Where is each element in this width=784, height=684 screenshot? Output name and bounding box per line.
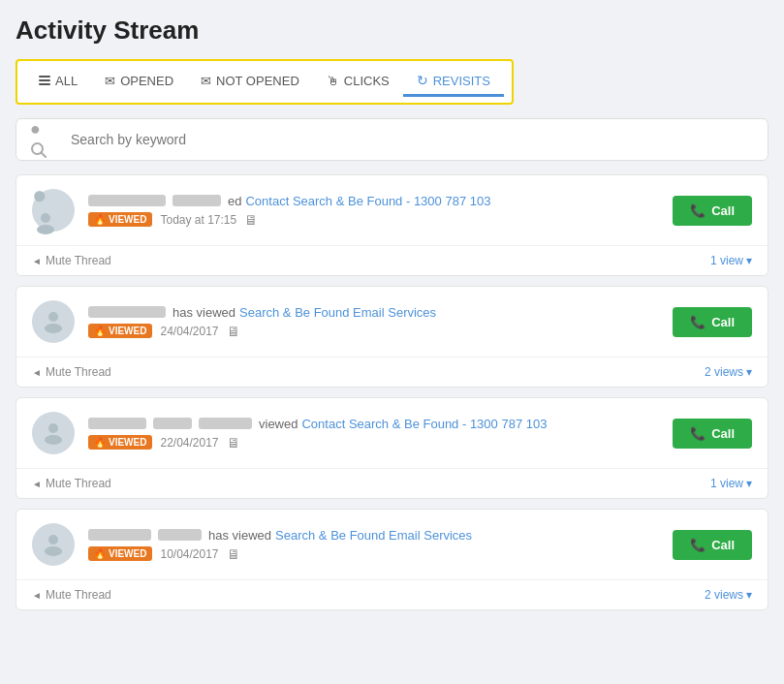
envelope-icon: ✉ [201, 74, 211, 88]
avatar-icon [40, 529, 67, 560]
chevron-down-icon: ▾ [746, 365, 752, 379]
mute-thread[interactable]: ◄ Mute Thread [32, 477, 111, 490]
name-blur-1 [88, 195, 166, 206]
badge-icon: 🔥 [94, 437, 106, 448]
card-verb: has viewed [172, 305, 235, 320]
search-input[interactable] [71, 132, 754, 147]
svg-point-7 [45, 435, 62, 445]
viewed-badge: 🔥 VIEWED [88, 212, 152, 227]
chevron-down-icon: ▾ [746, 477, 752, 490]
activity-list: ● ed Contact Search & Be Found - 1300 78… [16, 174, 768, 610]
avatar: ● [32, 189, 75, 232]
tab-opened[interactable]: ✉ OPENED [91, 68, 187, 97]
chevron-down-icon: ▾ [746, 254, 752, 267]
monitor-icon: 🖥 [227, 435, 240, 451]
mute-icon: ◄ [32, 256, 42, 266]
card-link[interactable]: Contact Search & Be Found - 1300 787 103 [301, 417, 547, 431]
card-footer: ◄ Mute Thread 1 view ▾ [16, 245, 768, 275]
meta-time: 10/04/2017 [160, 547, 218, 561]
call-button[interactable]: 📞 Call [673, 530, 752, 560]
tab-all[interactable]: ALL [25, 68, 91, 97]
activity-card: has viewed Search & Be Found Email Servi… [16, 509, 768, 610]
cursor-icon: 🖱 [327, 74, 339, 88]
badge-icon: 🔥 [94, 326, 106, 336]
views-count[interactable]: 2 views ▾ [705, 588, 752, 602]
name-blur-2 [153, 418, 192, 429]
name-blur-1 [88, 306, 166, 318]
card-info: has viewed Search & Be Found Email Servi… [88, 528, 659, 562]
phone-icon: 📞 [690, 315, 706, 329]
avatar-icon [40, 306, 67, 337]
tab-bar: ALL ✉ OPENED ✉ NOT OPENED 🖱 CLICKS ↻ REV… [16, 59, 514, 105]
name-blur-1 [88, 529, 151, 541]
mute-icon: ◄ [32, 479, 42, 489]
tab-clicks[interactable]: 🖱 CLICKS [313, 68, 403, 97]
tab-not-opened[interactable]: ✉ NOT OPENED [187, 68, 313, 97]
call-button[interactable]: 📞 Call [673, 419, 752, 449]
page-title: Activity Stream [16, 16, 768, 46]
call-button[interactable]: 📞 Call [673, 307, 752, 337]
card-verb: ed [228, 194, 241, 208]
viewed-badge: 🔥 VIEWED [88, 324, 152, 338]
card-verb: viewed [259, 417, 298, 431]
mute-thread[interactable]: ◄ Mute Thread [32, 254, 111, 267]
monitor-icon: 🖥 [227, 324, 240, 339]
phone-icon: 📞 [690, 203, 706, 218]
card-link[interactable]: Contact Search & Be Found - 1300 787 103 [245, 194, 490, 208]
meta-time: 24/04/2017 [160, 325, 218, 338]
svg-point-8 [48, 535, 58, 544]
svg-point-2 [41, 213, 50, 223]
card-footer: ◄ Mute Thread 2 views ▾ [16, 579, 768, 609]
mute-icon: ◄ [32, 590, 42, 601]
meta-time: Today at 17:15 [160, 213, 236, 227]
avatar [32, 300, 75, 343]
activity-card: has viewed Search & Be Found Email Servi… [16, 286, 768, 388]
card-name-row: ed Contact Search & Be Found - 1300 787 … [88, 194, 659, 208]
tab-revisits[interactable]: ↻ REVISITS [403, 67, 504, 97]
phone-icon: 📞 [690, 538, 706, 552]
activity-card: ● ed Contact Search & Be Found - 1300 78… [16, 174, 768, 276]
meta-time: 22/04/2017 [160, 436, 218, 450]
card-meta: 🔥 VIEWED Today at 17:15 🖥 [88, 212, 659, 228]
mute-thread[interactable]: ◄ Mute Thread [32, 365, 111, 379]
list-icon [39, 76, 50, 85]
card-info: has viewed Search & Be Found Email Servi… [88, 305, 659, 339]
badge-icon: 🔥 [94, 548, 106, 559]
card-name-row: has viewed Search & Be Found Email Servi… [88, 528, 659, 543]
search-icon: ● [30, 119, 61, 160]
name-blur-2 [158, 529, 202, 541]
avatar-icon: ● [32, 182, 75, 238]
chevron-down-icon: ▾ [746, 588, 752, 602]
revisit-icon: ↻ [417, 73, 428, 88]
card-meta: 🔥 VIEWED 22/04/2017 🖥 [88, 435, 659, 451]
svg-line-1 [42, 153, 47, 158]
call-button[interactable]: 📞 Call [673, 196, 752, 226]
avatar-icon [40, 418, 67, 449]
card-footer: ◄ Mute Thread 1 view ▾ [16, 468, 768, 498]
card-name-row: has viewed Search & Be Found Email Servi… [88, 305, 659, 320]
activity-card: viewed Contact Search & Be Found - 1300 … [16, 397, 768, 499]
svg-point-4 [48, 312, 58, 322]
views-count[interactable]: 1 view ▾ [710, 477, 752, 490]
card-link[interactable]: Search & Be Found Email Services [239, 305, 436, 320]
svg-point-9 [45, 546, 62, 556]
mute-thread[interactable]: ◄ Mute Thread [32, 588, 111, 602]
viewed-badge: 🔥 VIEWED [88, 435, 152, 450]
card-footer: ◄ Mute Thread 2 views ▾ [16, 357, 768, 387]
phone-icon: 📞 [690, 426, 706, 441]
card-link[interactable]: Search & Be Found Email Services [275, 528, 472, 543]
viewed-badge: 🔥 VIEWED [88, 546, 152, 561]
views-count[interactable]: 1 view ▾ [710, 254, 752, 267]
badge-icon: 🔥 [94, 214, 106, 225]
name-blur-1 [88, 418, 146, 429]
card-meta: 🔥 VIEWED 10/04/2017 🖥 [88, 546, 659, 562]
name-blur-3 [199, 418, 252, 429]
card-name-row: viewed Contact Search & Be Found - 1300 … [88, 417, 659, 431]
avatar [32, 523, 75, 566]
card-info: ed Contact Search & Be Found - 1300 787 … [88, 194, 659, 228]
monitor-icon: 🖥 [244, 212, 258, 228]
svg-point-5 [45, 324, 62, 333]
name-blur-2 [172, 195, 221, 206]
monitor-icon: 🖥 [227, 546, 240, 562]
views-count[interactable]: 2 views ▾ [705, 365, 752, 379]
